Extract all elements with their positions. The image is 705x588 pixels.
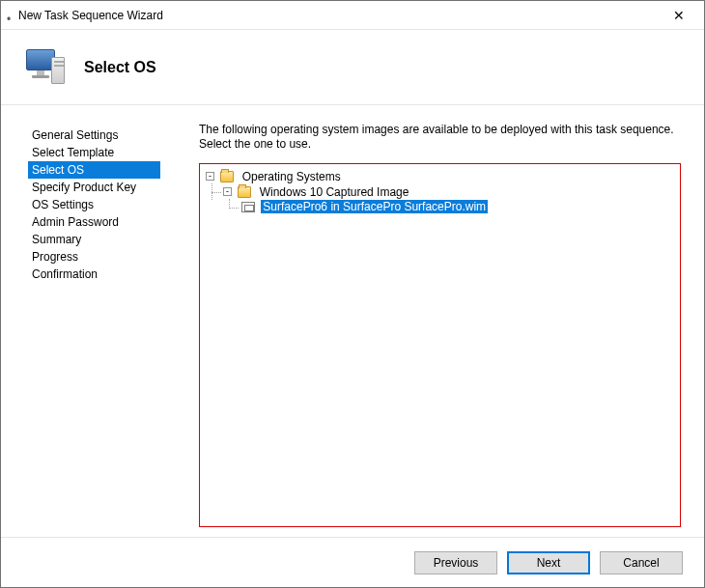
wizard-steps-sidebar: General Settings Select Template Select … xyxy=(1,105,180,537)
step-label: Progress xyxy=(32,250,78,264)
tree-node-label: Windows 10 Captured Image xyxy=(258,185,411,199)
previous-button[interactable]: Previous xyxy=(414,551,497,574)
step-select-template[interactable]: Select Template xyxy=(28,144,180,161)
wizard-footer: Previous Next Cancel xyxy=(1,537,704,587)
step-specify-product-key[interactable]: Specify Product Key xyxy=(28,179,180,196)
close-button[interactable]: ✕ xyxy=(658,2,700,29)
tree-node-image[interactable]: SurfacePro6 in SurfacePro SurfacePro.wim xyxy=(240,199,678,215)
step-admin-password[interactable]: Admin Password xyxy=(28,213,180,231)
folder-icon xyxy=(220,171,234,182)
titlebar: • New Task Sequence Wizard ✕ xyxy=(1,1,704,30)
step-progress[interactable]: Progress xyxy=(28,248,180,266)
wizard-window: • New Task Sequence Wizard ✕ Select OS G… xyxy=(0,0,705,588)
tree-node-folder[interactable]: - Windows 10 Captured Image SurfacePro6 … xyxy=(223,183,678,216)
expand-toggle-icon[interactable]: - xyxy=(223,187,232,196)
step-label: General Settings xyxy=(32,128,118,142)
step-label: Select Template xyxy=(32,146,114,159)
step-label: Specify Product Key xyxy=(32,181,136,194)
step-label: Admin Password xyxy=(32,215,119,229)
cancel-button[interactable]: Cancel xyxy=(600,551,683,574)
page-heading: Select OS xyxy=(84,59,156,76)
expand-toggle-icon[interactable]: - xyxy=(206,172,214,181)
step-general-settings[interactable]: General Settings xyxy=(28,126,180,144)
step-label: Select OS xyxy=(32,163,84,177)
step-label: Summary xyxy=(32,233,81,246)
tree-node-root[interactable]: - Operating Systems - Windows 10 Capture… xyxy=(206,168,678,216)
tree-node-label: Operating Systems xyxy=(240,170,343,183)
os-tree[interactable]: - Operating Systems - Windows 10 Capture… xyxy=(199,163,681,527)
wim-image-icon xyxy=(241,202,255,212)
wizard-body: General Settings Select Template Select … xyxy=(1,105,704,537)
step-confirmation[interactable]: Confirmation xyxy=(28,266,180,283)
step-select-os[interactable]: Select OS xyxy=(28,161,160,179)
tree-node-label: SurfacePro6 in SurfacePro SurfacePro.wim xyxy=(261,200,488,213)
window-title: New Task Sequence Wizard xyxy=(18,9,658,22)
wizard-main: The following operating system images ar… xyxy=(180,105,704,537)
folder-icon xyxy=(238,186,251,198)
step-summary[interactable]: Summary xyxy=(28,231,180,248)
step-label: OS Settings xyxy=(32,198,94,211)
wizard-header: Select OS xyxy=(1,30,704,105)
app-icon: • xyxy=(7,13,13,18)
next-button[interactable]: Next xyxy=(507,551,590,574)
instruction-text: The following operating system images ar… xyxy=(199,123,681,152)
computer-icon xyxy=(22,45,67,90)
step-label: Confirmation xyxy=(32,267,98,281)
step-os-settings[interactable]: OS Settings xyxy=(28,196,180,213)
